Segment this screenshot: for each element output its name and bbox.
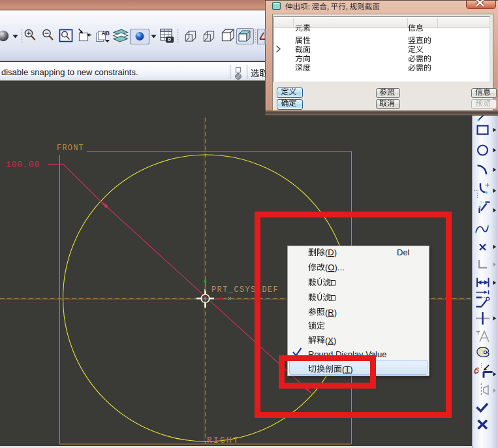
svg-text:(R): (R)	[325, 308, 337, 317]
svg-text:(X): (X)	[325, 336, 336, 345]
svg-text:(D): (D)	[325, 248, 337, 257]
svg-text:(T): (T)	[342, 364, 353, 374]
svg-text:(O)...: (O)...	[325, 263, 345, 272]
svg-text:Del: Del	[397, 248, 410, 257]
